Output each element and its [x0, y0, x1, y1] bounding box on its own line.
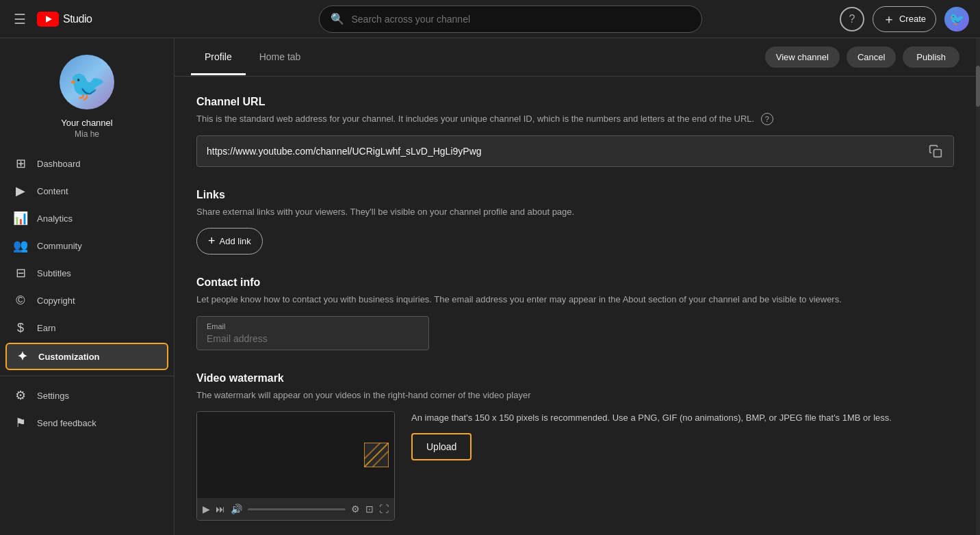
- fullscreen-icon[interactable]: ⛶: [379, 504, 389, 514]
- search-input-wrap[interactable]: 🔍: [319, 5, 702, 33]
- contact-info-desc: Let people know how to contact you with …: [196, 293, 954, 306]
- main-content: Channel URL This is the standard web add…: [175, 77, 976, 535]
- logo-area[interactable]: Studio: [37, 12, 92, 27]
- copy-url-button[interactable]: [927, 143, 944, 159]
- dashboard-icon: ⊞: [14, 157, 27, 170]
- channel-handle: Mia he: [75, 129, 99, 139]
- search-bar: 🔍: [193, 5, 829, 33]
- add-link-plus-icon: +: [208, 234, 216, 248]
- tabs-right: View channel Cancel Publish: [765, 47, 959, 68]
- tabs-bar: Profile Home tab View channel Cancel Pub…: [175, 38, 976, 77]
- email-input[interactable]: [207, 333, 419, 344]
- sidebar-item-dashboard[interactable]: ⊞ Dashboard: [0, 150, 174, 177]
- settings-icon[interactable]: ⚙: [351, 504, 360, 514]
- sidebar-item-community[interactable]: 👥 Community: [0, 232, 174, 259]
- sidebar-item-label: Copyright: [37, 296, 75, 306]
- settings-icon: ⚙: [14, 389, 27, 402]
- sidebar-item-content[interactable]: ▶ Content: [0, 177, 174, 205]
- search-input[interactable]: [351, 14, 691, 25]
- help-button[interactable]: ?: [840, 7, 864, 31]
- tab-profile-label: Profile: [205, 51, 232, 62]
- progress-bar[interactable]: [248, 508, 346, 510]
- video-watermark-desc: The watermark will appear on your videos…: [196, 389, 954, 402]
- publish-button[interactable]: Publish: [903, 47, 959, 68]
- add-link-button[interactable]: + Add link: [196, 228, 263, 255]
- sidebar-item-label: Subtitles: [37, 268, 71, 278]
- topnav-left: ☰ Studio: [11, 8, 182, 30]
- search-icon: 🔍: [331, 12, 344, 25]
- content-icon: ▶: [14, 184, 27, 198]
- sidebar-item-label: Earn: [37, 323, 55, 333]
- avatar[interactable]: 🐦: [944, 7, 969, 31]
- sidebar-item-settings[interactable]: ⚙ Settings: [0, 382, 174, 409]
- watermark-desc: An image that's 150 x 150 pixels is reco…: [411, 411, 892, 425]
- add-link-label: Add link: [220, 236, 251, 246]
- community-icon: 👥: [14, 239, 27, 252]
- sidebar-item-label: Send feedback: [37, 418, 96, 428]
- channel-name: Your channel: [61, 118, 112, 128]
- tab-profile[interactable]: Profile: [191, 40, 246, 75]
- sidebar-item-customization[interactable]: ✦ Customization: [5, 343, 168, 370]
- watermark-info: An image that's 150 x 150 pixels is reco…: [411, 411, 892, 460]
- video-screen: [197, 412, 394, 498]
- sidebar-item-subtitles[interactable]: ⊟ Subtitles: [0, 259, 174, 287]
- cancel-button[interactable]: Cancel: [847, 47, 896, 68]
- skip-icon[interactable]: ⏭: [216, 504, 225, 514]
- video-watermark-title: Video watermark: [196, 372, 954, 384]
- sidebar-item-label: Settings: [37, 391, 69, 401]
- video-controls: ▶ ⏭ 🔊 ⚙ ⊡ ⛶: [197, 498, 394, 520]
- sidebar-item-label: Dashboard: [37, 159, 81, 169]
- right-scrollbar: [976, 38, 980, 535]
- sidebar-item-send-feedback[interactable]: ⚑ Send feedback: [0, 409, 174, 441]
- channel-avatar-image: 🐦: [68, 68, 106, 103]
- channel-avatar[interactable]: 🐦: [60, 55, 114, 109]
- channel-url-desc: This is the standard web address for you…: [196, 112, 954, 126]
- nav-items: ⊞ Dashboard ▶ Content 📊 Analytics 👥 Comm…: [0, 150, 174, 535]
- video-watermark-section: Video watermark The watermark will appea…: [196, 372, 954, 521]
- links-section: Links Share external links with your vie…: [196, 189, 954, 255]
- sidebar-item-copyright[interactable]: © Copyright: [0, 287, 174, 314]
- watermark-placeholder: [364, 443, 389, 467]
- content-area: Profile Home tab View channel Cancel Pub…: [175, 38, 976, 535]
- email-field-wrap: Email: [196, 316, 429, 350]
- sidebar-item-earn[interactable]: $ Earn: [0, 314, 174, 341]
- links-title: Links: [196, 189, 954, 201]
- subtitles-icon: ⊟: [14, 266, 27, 280]
- url-help-icon[interactable]: ?: [761, 113, 773, 125]
- sidebar-item-label: Analytics: [37, 213, 73, 224]
- sidebar-item-label: Content: [37, 186, 68, 196]
- create-button[interactable]: ＋ Create: [873, 6, 936, 32]
- miniplayer-icon[interactable]: ⊡: [365, 504, 374, 514]
- sidebar: 🐦 Your channel Mia he ⊞ Dashboard ▶ Cont…: [0, 38, 175, 535]
- channel-info: 🐦 Your channel Mia he: [0, 38, 174, 150]
- contact-info-title: Contact info: [196, 276, 954, 289]
- youtube-logo: [37, 12, 59, 27]
- studio-label: Studio: [63, 13, 92, 25]
- menu-icon[interactable]: ☰: [11, 8, 29, 30]
- upload-button[interactable]: Upload: [411, 433, 472, 460]
- sidebar-item-label: Customization: [38, 352, 100, 362]
- sidebar-item-analytics[interactable]: 📊 Analytics: [0, 205, 174, 232]
- email-label: Email: [207, 322, 419, 330]
- tab-home-tab[interactable]: Home tab: [246, 40, 315, 75]
- topnav-right: ? ＋ Create 🐦: [840, 6, 969, 32]
- channel-url-row: https://www.youtube.com/channel/UCRigLwh…: [196, 135, 954, 167]
- contact-info-section: Contact info Let people know how to cont…: [196, 276, 954, 350]
- channel-url-value: https://www.youtube.com/channel/UCRigLwh…: [207, 146, 920, 157]
- volume-icon[interactable]: 🔊: [231, 504, 242, 514]
- sidebar-item-label: Community: [37, 241, 82, 251]
- feedback-icon: ⚑: [14, 416, 27, 430]
- main-layout: 🐦 Your channel Mia he ⊞ Dashboard ▶ Cont…: [0, 38, 980, 535]
- tabs-left: Profile Home tab: [191, 40, 314, 75]
- play-icon[interactable]: ▶: [203, 504, 210, 514]
- analytics-icon: 📊: [14, 211, 27, 225]
- view-channel-button[interactable]: View channel: [765, 47, 840, 68]
- watermark-diagonal-icon: [364, 443, 389, 467]
- channel-url-title: Channel URL: [196, 96, 954, 108]
- video-preview: ▶ ⏭ 🔊 ⚙ ⊡ ⛶: [196, 411, 395, 521]
- earn-icon: $: [14, 321, 27, 335]
- scrollbar-thumb[interactable]: [976, 66, 980, 107]
- copy-icon: [929, 144, 942, 158]
- channel-url-section: Channel URL This is the standard web add…: [196, 96, 954, 167]
- sidebar-divider: [0, 376, 174, 376]
